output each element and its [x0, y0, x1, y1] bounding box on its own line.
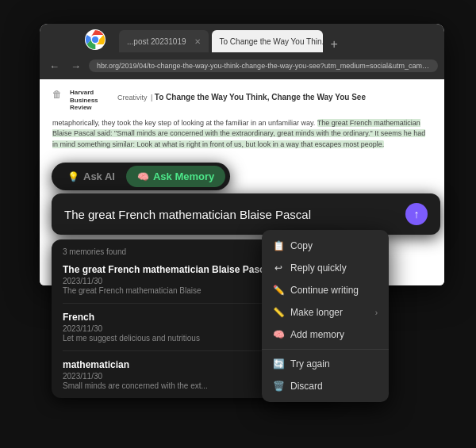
article-prefix: metaphorically, they took the key step o…	[52, 119, 317, 127]
discard-icon: 🗑️	[273, 381, 284, 392]
ask-ai-label: Ask AI	[83, 170, 115, 182]
memory-snippet-1: The great French mathematician Blaise	[63, 286, 285, 295]
copy-label: Copy	[290, 240, 313, 251]
hbr-logo: Harvard Business Review	[70, 89, 109, 112]
chrome-logo-icon	[84, 29, 106, 51]
menu-item-continue[interactable]: ✏️ Continue writing	[262, 279, 389, 301]
address-bar[interactable]: hbr.org/2019/04/to-change-the-way-you-th…	[89, 59, 438, 72]
trash-icon[interactable]: 🗑	[52, 89, 62, 100]
ask-tabs: 💡 Ask AI 🧠 Ask Memory	[52, 163, 230, 190]
continue-icon: ✏️	[273, 285, 284, 296]
address-bar-row: ← → hbr.org/2019/04/to-change-the-way-yo…	[40, 52, 444, 79]
back-button[interactable]: ←	[46, 59, 63, 74]
menu-item-copy[interactable]: 📋 Copy	[262, 235, 389, 257]
new-tab-button[interactable]: +	[326, 36, 343, 52]
article-title: To Change the Way You Think, Change the …	[155, 93, 366, 101]
try-again-icon: 🔄	[273, 358, 284, 370]
search-box: The great French mathematician Blaise Pa…	[52, 193, 440, 235]
continue-label: Continue writing	[290, 285, 359, 296]
reply-label: Reply quickly	[290, 262, 347, 274]
try-again-label: Try again	[290, 358, 330, 370]
menu-item-discard[interactable]: 🗑️ Discard	[262, 375, 389, 397]
search-submit-button[interactable]: ↑	[405, 203, 428, 225]
tab-1-close[interactable]: ✕	[194, 37, 201, 46]
ask-memory-tab[interactable]: 🧠 Ask Memory	[126, 166, 225, 187]
submit-icon: ↑	[414, 208, 420, 220]
memory-snippet-2: Let me suggest delicious and nutritious	[63, 334, 285, 343]
article-category-title: Creativity | To Change the Way You Think…	[117, 89, 366, 103]
longer-icon: 📏	[273, 307, 284, 318]
search-query[interactable]: The great French mathematician Blaise Pa…	[64, 208, 405, 221]
ask-ai-tab[interactable]: 💡 Ask AI	[56, 166, 126, 187]
ask-ai-icon: 💡	[67, 171, 79, 182]
discard-label: Discard	[290, 381, 323, 392]
tab-2-label: To Change the Way You Thin...	[220, 37, 323, 46]
menu-item-longer[interactable]: 📏 Make longer ›	[262, 301, 389, 324]
copy-icon: 📋	[273, 240, 284, 251]
ask-memory-label: Ask Memory	[153, 170, 214, 182]
tab-2[interactable]: To Change the Way You Thin... ✕	[212, 30, 323, 52]
longer-arrow-icon: ›	[375, 308, 378, 317]
reply-icon: ↩	[273, 262, 284, 274]
menu-divider	[262, 349, 389, 350]
article-category: Creativity	[117, 94, 148, 101]
add-memory-label: Add memory	[290, 329, 344, 340]
tab-1[interactable]: ...post 20231019 ✕	[119, 30, 209, 52]
longer-label: Make longer	[290, 307, 343, 318]
tab-1-label: ...post 20231019	[127, 37, 186, 46]
memory-snippet-3: Small minds are concerned with the ext..…	[63, 381, 285, 390]
menu-item-add-memory[interactable]: 🧠 Add memory	[262, 324, 389, 346]
svg-point-2	[92, 36, 98, 43]
article-body: metaphorically, they took the key step o…	[52, 118, 432, 151]
forward-button[interactable]: →	[67, 59, 84, 74]
menu-item-try-again[interactable]: 🔄 Try again	[262, 353, 389, 375]
add-memory-icon: 🧠	[273, 329, 284, 340]
menu-item-reply[interactable]: ↩ Reply quickly	[262, 257, 389, 279]
context-menu: 📋 Copy ↩ Reply quickly ✏️ Continue writi…	[262, 230, 389, 402]
article-header: 🗑 Harvard Business Review Creativity | T…	[52, 89, 432, 112]
ask-memory-icon: 🧠	[137, 171, 149, 182]
